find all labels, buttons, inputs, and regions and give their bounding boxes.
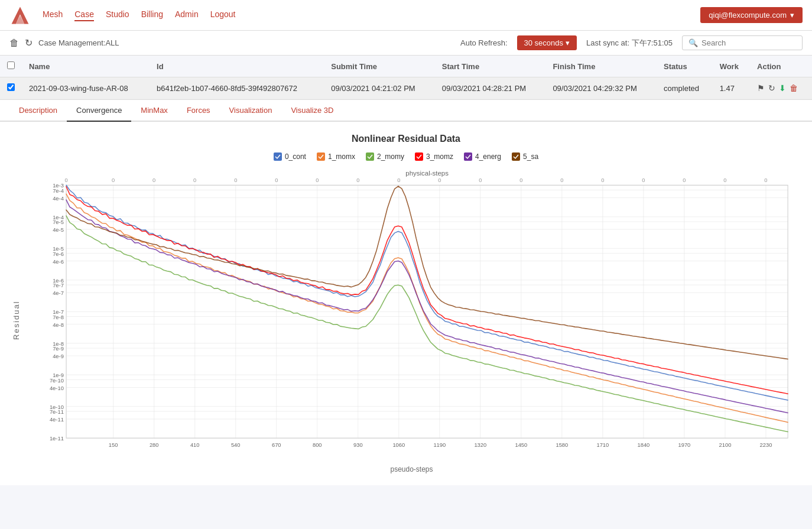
svg-text:1580: 1580 xyxy=(556,442,568,448)
svg-text:7e-4: 7e-4 xyxy=(53,187,64,194)
svg-text:0: 0 xyxy=(479,177,482,183)
svg-text:150: 150 xyxy=(109,442,118,448)
svg-text:800: 800 xyxy=(313,442,322,448)
navbar: Mesh Case Studio Billing Admin Logout qi… xyxy=(0,0,812,31)
svg-text:7e-8: 7e-8 xyxy=(53,314,64,320)
tab-forces[interactable]: Forces xyxy=(177,100,220,122)
action-download-icon[interactable]: ⬇ xyxy=(779,83,786,93)
action-sync-icon[interactable]: ↻ xyxy=(768,83,775,93)
svg-text:0: 0 xyxy=(234,177,237,183)
user-menu[interactable]: qiqi@flexcompute.com ▾ xyxy=(700,7,803,23)
row-start-time: 09/03/2021 04:28:21 PM xyxy=(435,77,546,99)
legend-label-3_momz: 3_momz xyxy=(426,152,453,161)
auto-refresh-dropdown[interactable]: 30 seconds ▾ xyxy=(517,35,577,50)
y-axis-label: Residual xyxy=(12,167,21,473)
svg-text:0: 0 xyxy=(152,177,155,183)
svg-text:7e-9: 7e-9 xyxy=(53,345,64,352)
select-all-checkbox[interactable] xyxy=(7,61,15,69)
col-work: Work xyxy=(713,56,750,77)
nav-logout[interactable]: Logout xyxy=(210,9,236,21)
legend-item-0_cont[interactable]: 0_cont xyxy=(274,152,306,161)
search-icon: 🔍 xyxy=(688,38,698,47)
legend-checkbox-5_sa xyxy=(512,152,520,161)
search-input[interactable] xyxy=(701,38,796,47)
chart-wrapper: Residual 1e-37e-44e-41e-47e-54e-51e-57e-… xyxy=(12,167,800,473)
row-submit-time: 09/03/2021 04:21:02 PM xyxy=(324,77,435,99)
svg-text:7e-11: 7e-11 xyxy=(50,408,64,415)
user-dropdown-icon: ▾ xyxy=(790,11,794,20)
legend-label-4_energ: 4_energ xyxy=(475,152,501,161)
svg-text:4e-10: 4e-10 xyxy=(50,385,64,391)
svg-text:1e-11: 1e-11 xyxy=(50,435,64,442)
nav-links: Mesh Case Studio Billing Admin Logout xyxy=(43,9,700,21)
logo-icon xyxy=(9,5,31,26)
tab-convergence[interactable]: Convergence xyxy=(67,100,131,122)
detail-tabs: DescriptionConvergenceMinMaxForcesVisual… xyxy=(0,100,812,122)
legend-item-5_sa[interactable]: 5_sa xyxy=(512,152,538,161)
legend-item-2_momy[interactable]: 2_momy xyxy=(366,152,404,161)
table-row[interactable]: 2021-09-03-wing-fuse-AR-08 b641f2eb-1b07… xyxy=(0,77,812,99)
svg-text:410: 410 xyxy=(190,442,200,448)
svg-text:4e-5: 4e-5 xyxy=(53,226,64,233)
col-status: Status xyxy=(657,56,713,77)
svg-text:1190: 1190 xyxy=(433,442,446,448)
last-sync-text: Last sync at: 下午7:51:05 xyxy=(586,38,673,48)
svg-text:7e-10: 7e-10 xyxy=(50,377,64,384)
refresh-button[interactable]: ↻ xyxy=(25,37,33,48)
svg-text:930: 930 xyxy=(353,442,363,448)
svg-text:1060: 1060 xyxy=(392,442,405,448)
tab-visualization[interactable]: Visualization xyxy=(220,100,282,122)
row-checkbox[interactable] xyxy=(7,83,15,91)
legend-checkbox-1_momx xyxy=(317,152,325,161)
nav-case[interactable]: Case xyxy=(74,9,94,21)
col-name: Name xyxy=(22,56,150,77)
cases-table-container: Name Id Submit Time Start Time Finish Ti… xyxy=(0,56,812,100)
svg-text:7e-6: 7e-6 xyxy=(53,251,64,257)
row-status: completed xyxy=(657,77,713,99)
svg-text:1320: 1320 xyxy=(474,442,486,448)
svg-text:0: 0 xyxy=(519,177,522,183)
svg-text:0: 0 xyxy=(642,177,645,183)
svg-text:0: 0 xyxy=(438,177,441,183)
legend-item-4_energ[interactable]: 4_energ xyxy=(464,152,501,161)
delete-button[interactable]: 🗑 xyxy=(9,38,19,48)
row-name: 2021-09-03-wing-fuse-AR-08 xyxy=(22,77,150,99)
legend-checkbox-2_momy xyxy=(366,152,374,161)
col-start-time: Start Time xyxy=(435,56,546,77)
refresh-interval-label: 30 seconds xyxy=(524,38,564,47)
chart-title: Nonlinear Residual Data xyxy=(12,134,800,144)
svg-text:4e-8: 4e-8 xyxy=(53,322,64,328)
legend-label-2_momy: 2_momy xyxy=(377,152,404,161)
tab-visualize-3d[interactable]: Visualize 3D xyxy=(281,100,343,122)
auto-refresh-label: Auto Refresh: xyxy=(460,38,508,47)
nav-admin[interactable]: Admin xyxy=(175,9,199,21)
legend-label-1_momx: 1_momx xyxy=(328,152,355,161)
tab-description[interactable]: Description xyxy=(9,100,67,122)
svg-text:540: 540 xyxy=(231,442,241,448)
tab-minmax[interactable]: MinMax xyxy=(131,100,177,122)
svg-text:4e-9: 4e-9 xyxy=(53,353,64,359)
legend-item-3_momz[interactable]: 3_momz xyxy=(415,152,453,161)
legend-label-0_cont: 0_cont xyxy=(285,152,306,161)
col-action: Action xyxy=(750,56,812,77)
toolbar: 🗑 ↻ Case Management:ALL Auto Refresh: 30… xyxy=(0,31,812,56)
nav-billing[interactable]: Billing xyxy=(141,9,163,21)
nav-mesh[interactable]: Mesh xyxy=(43,9,63,21)
svg-text:0: 0 xyxy=(64,177,67,183)
action-view-icon[interactable]: ⚑ xyxy=(757,83,765,93)
svg-text:0: 0 xyxy=(560,177,563,183)
row-id: b641f2eb-1b07-4660-8fd5-39f492807672 xyxy=(150,77,324,99)
col-submit-time: Submit Time xyxy=(324,56,435,77)
col-finish-time: Finish Time xyxy=(545,56,657,77)
nav-studio[interactable]: Studio xyxy=(106,9,129,21)
svg-text:0: 0 xyxy=(723,177,726,183)
svg-text:1450: 1450 xyxy=(515,442,527,448)
svg-text:4e-6: 4e-6 xyxy=(53,258,64,265)
search-box: 🔍 xyxy=(682,35,803,50)
svg-text:0: 0 xyxy=(764,177,767,183)
svg-text:280: 280 xyxy=(150,442,159,448)
action-delete-icon[interactable]: 🗑 xyxy=(790,83,798,93)
chart-svg-container: 1e-37e-44e-41e-47e-54e-51e-57e-64e-61e-6… xyxy=(23,167,800,463)
legend-item-1_momx[interactable]: 1_momx xyxy=(317,152,355,161)
svg-text:0: 0 xyxy=(601,177,604,183)
